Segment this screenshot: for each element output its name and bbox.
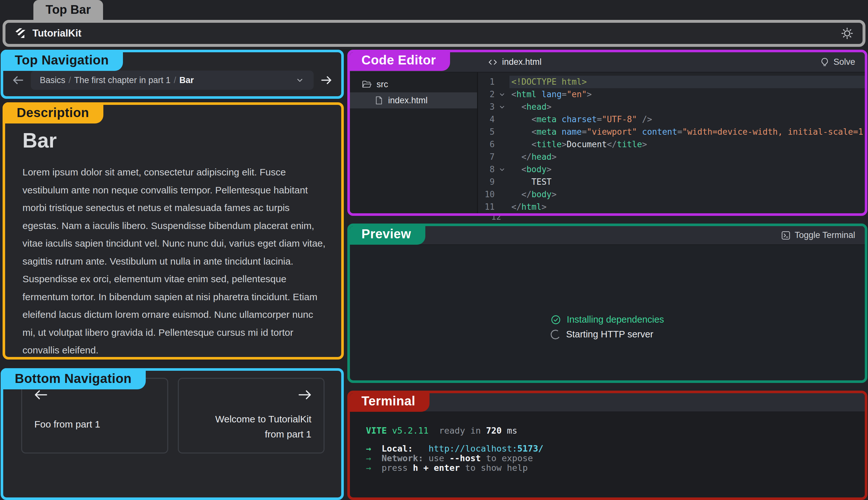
code-line: 4 <meta charset="UTF-8" /> xyxy=(478,113,865,126)
boot-status-list: Installing dependenciesStarting HTTP ser… xyxy=(550,314,664,340)
status-label: Starting HTTP server xyxy=(566,329,653,340)
annotation-top-bar: Top Bar xyxy=(33,0,103,21)
code-line: 1<!DOCTYPE html> xyxy=(478,76,865,88)
line-number: 8 xyxy=(478,163,495,176)
annotation-terminal: Terminal xyxy=(347,391,430,412)
file-tree-file-index-html[interactable]: index.html xyxy=(350,92,477,109)
code-line: 5 <meta name="viewport" content="width=d… xyxy=(478,126,865,138)
terminal-line: VITE v5.2.11 ready in 720 ms xyxy=(366,425,865,435)
lightbulb-icon xyxy=(820,57,830,67)
region-top-navigation: Top Navigation Basics/The first chapter … xyxy=(1,50,344,99)
region-bottom-navigation: Bottom Navigation Foo from part 1 Welcom… xyxy=(1,368,344,500)
code-line: 7 </head> xyxy=(478,151,865,163)
top-bar: TutorialKit xyxy=(2,20,866,47)
line-number: 4 xyxy=(478,113,495,126)
annotation-bottom-navigation: Bottom Navigation xyxy=(1,368,146,389)
breadcrumb-back-arrow-icon[interactable] xyxy=(9,73,27,87)
code-line: 8 <body> xyxy=(478,163,865,176)
lesson-body-text: Lorem ipsum dolor sit amet, consectetur … xyxy=(22,163,328,359)
code-line: 10 </body> xyxy=(478,188,865,201)
region-terminal: Terminal VITE v5.2.11 ready in 720 ms → … xyxy=(347,391,867,500)
arrow-right-icon xyxy=(297,387,313,402)
next-lesson-card[interactable]: Welcome to TutorialKit from part 1 xyxy=(178,378,325,454)
lesson-title: Bar xyxy=(22,129,341,152)
tab-index-html[interactable]: index.html xyxy=(488,57,542,67)
region-description: Description Bar Lorem ipsum dolor sit am… xyxy=(2,102,344,360)
code-text: <meta name="viewport" content="width=dev… xyxy=(510,126,865,138)
annotation-preview: Preview xyxy=(347,224,425,245)
arrow-left-icon xyxy=(33,387,48,402)
annotation-description: Description xyxy=(2,102,103,124)
theme-toggle-sun-icon[interactable] xyxy=(841,27,854,40)
tutorialkit-logo-icon xyxy=(14,27,27,40)
code-text: </head> xyxy=(510,151,865,163)
file-tree-folder-src[interactable]: src xyxy=(350,76,477,92)
next-lesson-label: Welcome to TutorialKit from part 1 xyxy=(202,411,311,442)
fold-spacer xyxy=(495,188,510,201)
code-text: <title>Document</title> xyxy=(510,138,865,151)
fold-spacer xyxy=(495,138,510,151)
spinner-icon xyxy=(550,329,561,340)
preview-content: Installing dependenciesStarting HTTP ser… xyxy=(350,245,865,380)
brand-title: TutorialKit xyxy=(32,27,81,39)
code-text: <html lang="en"> xyxy=(510,88,865,101)
terminal-line xyxy=(366,435,865,444)
line-number: 10 xyxy=(478,188,495,201)
code-line: 3 <head> xyxy=(478,101,865,113)
fold-spacer xyxy=(495,176,510,188)
terminal-output[interactable]: VITE v5.2.11 ready in 720 ms → Local: ht… xyxy=(350,412,865,498)
editor-clipped-strip: 12 xyxy=(350,216,865,224)
code-text: TEST xyxy=(510,176,865,188)
folder-name: src xyxy=(377,80,388,90)
fold-spacer xyxy=(495,126,510,138)
fold-chevron-icon[interactable] xyxy=(495,163,510,176)
annotation-top-navigation: Top Navigation xyxy=(1,50,123,71)
code-text: <body> xyxy=(510,163,865,176)
clipped-line-number: 12 xyxy=(491,216,865,221)
status-row: Installing dependencies xyxy=(550,314,664,325)
code-text: </body> xyxy=(510,188,865,201)
terminal-line: → press h + enter to show help xyxy=(366,463,865,473)
line-number: 6 xyxy=(478,138,495,151)
code-line: 9 TEST xyxy=(478,176,865,188)
toggle-terminal-label: Toggle Terminal xyxy=(794,230,855,240)
breadcrumb-select[interactable]: Basics/The first chapter in part 1/Bar xyxy=(31,70,314,90)
file-icon xyxy=(374,96,383,105)
preview-header: Toggle Terminal xyxy=(350,226,865,245)
fold-spacer xyxy=(495,113,510,126)
line-number: 7 xyxy=(478,151,495,163)
toggle-terminal-button[interactable]: Toggle Terminal xyxy=(781,230,855,240)
breadcrumb: Basics/The first chapter in part 1/Bar xyxy=(40,75,194,85)
code-text: </html> xyxy=(510,201,865,213)
breadcrumb-forward-arrow-icon[interactable] xyxy=(318,73,335,87)
terminal-window-icon xyxy=(781,230,791,240)
chevron-down-icon xyxy=(295,75,305,85)
line-number: 11 xyxy=(478,201,495,213)
code-line: 11</html> xyxy=(478,201,865,213)
file-name: index.html xyxy=(388,95,427,105)
line-number: 2 xyxy=(478,88,495,101)
code-text: <meta charset="UTF-8" /> xyxy=(510,113,865,126)
code-brackets-icon xyxy=(488,57,498,67)
fold-spacer xyxy=(495,151,510,163)
folder-open-icon xyxy=(361,79,372,90)
status-label: Installing dependencies xyxy=(567,314,664,325)
fold-spacer xyxy=(495,201,510,213)
line-number: 5 xyxy=(478,126,495,138)
line-number: 9 xyxy=(478,176,495,188)
fold-chevron-icon[interactable] xyxy=(495,101,510,113)
code-text: <head> xyxy=(510,101,865,113)
line-number: 3 xyxy=(478,101,495,113)
status-row: Starting HTTP server xyxy=(550,329,664,340)
fold-chevron-icon[interactable] xyxy=(495,88,510,101)
region-preview: Preview Toggle Terminal Installing depen… xyxy=(347,224,867,383)
code-text: <!DOCTYPE html> xyxy=(510,76,865,88)
terminal-line: → Network: use --host to expose xyxy=(366,453,865,463)
file-tree: src index.html xyxy=(350,72,478,213)
tab-label: index.html xyxy=(502,57,542,67)
solve-button[interactable]: Solve xyxy=(820,57,855,67)
code-line: 2<html lang="en"> xyxy=(478,88,865,101)
code-lines[interactable]: 1<!DOCTYPE html>2<html lang="en">3 <head… xyxy=(478,72,865,213)
fold-spacer xyxy=(495,76,510,88)
region-code-editor: Code Editor index.html Solve xyxy=(347,50,867,216)
